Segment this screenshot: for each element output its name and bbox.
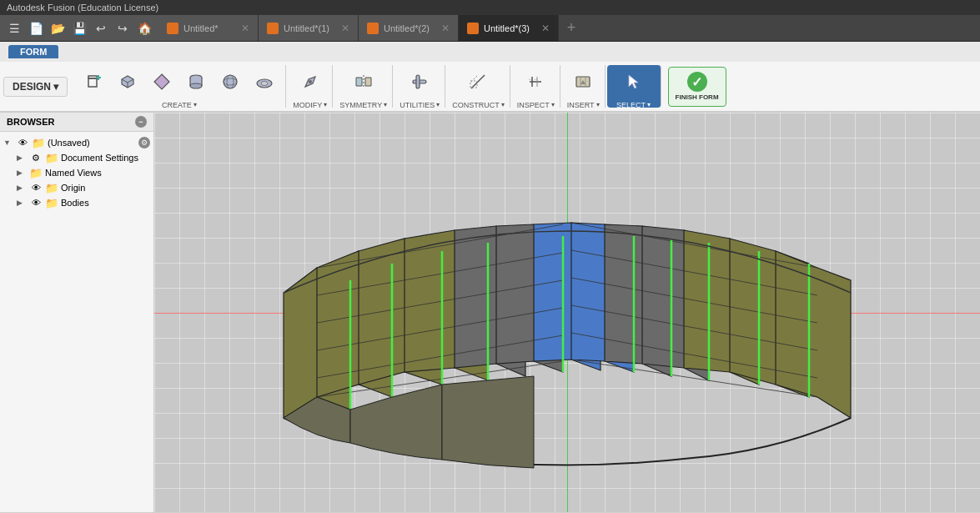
toolbar-group-inspect: ←→ INSPECT ▾ xyxy=(512,65,560,108)
tab-label-4: Untitled*(3) xyxy=(484,23,530,33)
doc-settings-expand-arrow[interactable]: ▶ xyxy=(17,153,27,162)
svg-marker-8 xyxy=(154,74,169,89)
toolbar-group-construct: CONSTRUCT ▾ xyxy=(447,65,510,108)
tab-untitled-3[interactable]: Untitled*(3) ✕ xyxy=(459,15,559,41)
create-tools xyxy=(78,64,280,99)
doc-settings-label: Document Settings xyxy=(61,153,138,163)
eye-icon-bodies[interactable]: 👁 xyxy=(29,197,43,209)
folder-icon-origin: 📁 xyxy=(45,182,58,194)
svg-rect-0 xyxy=(88,78,97,87)
inspect-button[interactable]: ←→ xyxy=(520,64,551,99)
tab-close-2[interactable]: ✕ xyxy=(341,23,349,34)
tree-item-doc-settings[interactable]: ▶ ⚙ 📁 Document Settings xyxy=(0,150,153,165)
toolbar-group-utilities: UTILITIES ▾ xyxy=(395,65,445,108)
torus-button[interactable] xyxy=(249,64,280,99)
insert-label[interactable]: INSERT ▾ xyxy=(567,101,600,109)
select-label[interactable]: SELECT ▾ xyxy=(616,101,651,109)
bodies-expand-arrow[interactable]: ▶ xyxy=(17,199,27,207)
modify-dropdown-arrow: ▾ xyxy=(324,101,327,108)
cylinder-icon xyxy=(187,73,205,91)
select-button[interactable] xyxy=(614,64,654,99)
svg-marker-21 xyxy=(356,78,362,86)
finish-form-button[interactable]: ✓ FINISH FORM xyxy=(668,67,726,107)
svg-marker-36 xyxy=(629,75,638,88)
tree-item-bodies[interactable]: ▶ 👁 📁 Bodies xyxy=(0,195,153,210)
unsaved-label: (Unsaved) xyxy=(48,138,90,148)
design-button[interactable]: DESIGN ▾ xyxy=(3,77,68,97)
construct-icon xyxy=(469,73,487,91)
home-icon[interactable]: 🏠 xyxy=(135,19,153,38)
svg-line-25 xyxy=(471,75,485,88)
open-file-icon[interactable]: 📂 xyxy=(48,19,67,38)
main-area: BROWSER − ▼ 👁 📁 (Unsaved) ⚙ ▶ ⚙ 📁 Docume… xyxy=(0,113,980,512)
select-tools xyxy=(614,64,654,99)
viewport[interactable] xyxy=(154,113,980,512)
tab-untitled-2[interactable]: Untitled*(2) ✕ xyxy=(359,15,459,41)
unsaved-settings-badge[interactable]: ⚙ xyxy=(138,137,150,148)
utilities-label[interactable]: UTILITIES ▾ xyxy=(400,101,440,109)
torus-icon xyxy=(255,73,274,91)
add-tab-button[interactable]: + xyxy=(559,15,584,41)
folder-icon-unsaved: 📁 xyxy=(32,137,45,148)
select-icon xyxy=(625,73,643,91)
sphere-button[interactable] xyxy=(214,64,246,99)
tab-icon-2 xyxy=(267,23,279,34)
tab-icon-1 xyxy=(167,23,178,34)
select-dropdown-arrow: ▾ xyxy=(647,101,651,108)
svg-point-13 xyxy=(190,83,202,88)
unsaved-expand-arrow[interactable]: ▼ xyxy=(3,138,13,147)
insert-button[interactable] xyxy=(567,64,599,99)
cylinder-button[interactable] xyxy=(180,64,212,99)
tree-item-named-views[interactable]: ▶ 📁 Named Views xyxy=(0,165,153,180)
diamond-button[interactable] xyxy=(146,64,178,99)
nav-icon[interactable]: ☰ xyxy=(5,19,23,38)
inspect-label[interactable]: INSPECT ▾ xyxy=(517,101,555,109)
origin-expand-arrow[interactable]: ▶ xyxy=(17,184,27,192)
symmetry-tools xyxy=(348,64,379,99)
symmetry-button[interactable] xyxy=(348,64,379,99)
svg-rect-1 xyxy=(88,76,97,78)
new-file-icon[interactable]: 📄 xyxy=(27,19,45,38)
construct-button[interactable] xyxy=(462,64,494,99)
tab-close-3[interactable]: ✕ xyxy=(441,23,450,34)
svg-point-19 xyxy=(309,80,312,83)
tab-untitled-1[interactable]: Untitled*(1) ✕ xyxy=(259,15,359,41)
symmetry-label[interactable]: SYMMETRY ▾ xyxy=(339,101,387,109)
eye-icon-unsaved[interactable]: 👁 xyxy=(16,137,29,148)
box-button[interactable] xyxy=(112,64,143,99)
browser-collapse-button[interactable]: − xyxy=(135,116,147,128)
utilities-tools xyxy=(404,64,435,99)
tree-item-unsaved[interactable]: ▼ 👁 📁 (Unsaved) ⚙ xyxy=(0,135,153,150)
form-tab[interactable]: FORM xyxy=(8,45,58,58)
eye-icon-origin[interactable]: 👁 xyxy=(29,182,43,194)
tab-close-1[interactable]: ✕ xyxy=(241,23,249,34)
create-box-plus-button[interactable] xyxy=(78,64,109,99)
tab-icon-3 xyxy=(367,23,379,34)
undo-icon[interactable]: ↩ xyxy=(92,19,110,38)
named-views-label: Named Views xyxy=(45,168,102,178)
box-plus-icon xyxy=(84,73,103,91)
browser-tree: ▼ 👁 📁 (Unsaved) ⚙ ▶ ⚙ 📁 Document Setting… xyxy=(0,132,153,214)
origin-label: Origin xyxy=(61,183,85,193)
modify-button[interactable] xyxy=(294,64,326,99)
form-tab-row: FORM xyxy=(0,42,980,62)
modify-label[interactable]: MODIFY ▾ xyxy=(293,101,327,109)
folder-icon-named-views: 📁 xyxy=(29,167,43,179)
settings-icon: ⚙ xyxy=(29,152,43,163)
tree-item-origin[interactable]: ▶ 👁 📁 Origin xyxy=(0,180,153,195)
symmetry-icon xyxy=(354,73,373,91)
redo-icon[interactable]: ↪ xyxy=(113,19,132,38)
tab-untitled[interactable]: Untitled* ✕ xyxy=(158,15,259,41)
construct-label[interactable]: CONSTRUCT ▾ xyxy=(452,101,505,109)
tab-close-4[interactable]: ✕ xyxy=(541,23,550,34)
utilities-button[interactable] xyxy=(404,64,435,99)
svg-marker-22 xyxy=(365,78,371,86)
svg-point-18 xyxy=(261,81,268,85)
create-label[interactable]: CREATE ▾ xyxy=(162,101,197,109)
folder-icon-doc: 📁 xyxy=(45,152,58,163)
folder-icon-bodies: 📁 xyxy=(45,197,58,209)
utilities-icon xyxy=(410,73,429,91)
named-views-expand-arrow[interactable]: ▶ xyxy=(17,168,27,177)
save-icon[interactable]: 💾 xyxy=(70,19,88,38)
utilities-dropdown-arrow: ▾ xyxy=(436,101,440,108)
